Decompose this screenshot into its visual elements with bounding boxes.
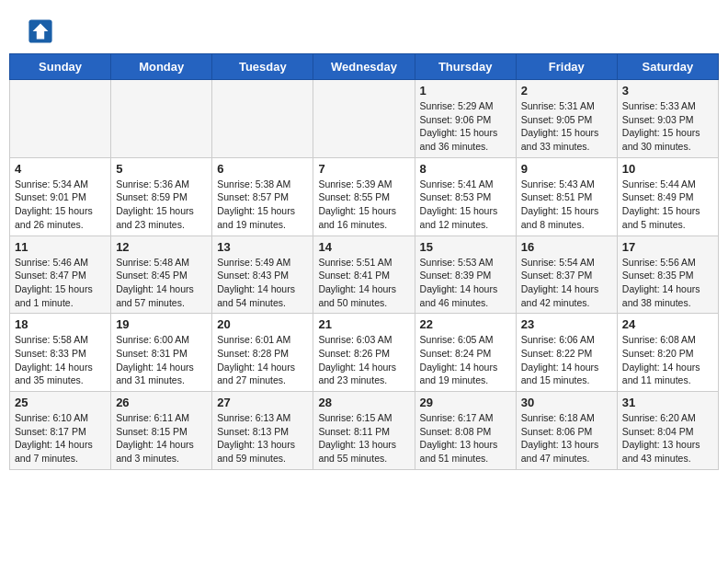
day-info: Sunrise: 6:18 AM Sunset: 8:06 PM Dayligh… — [521, 411, 612, 465]
day-number: 14 — [318, 240, 409, 254]
calendar-cell — [313, 80, 415, 158]
day-info: Sunrise: 6:06 AM Sunset: 8:22 PM Dayligh… — [521, 333, 612, 387]
day-number: 30 — [521, 396, 612, 409]
day-info: Sunrise: 5:58 AM Sunset: 8:33 PM Dayligh… — [15, 333, 106, 387]
week-row-3: 11Sunrise: 5:46 AM Sunset: 8:47 PM Dayli… — [10, 236, 719, 314]
calendar-cell — [10, 80, 111, 158]
calendar-cell: 11Sunrise: 5:46 AM Sunset: 8:47 PM Dayli… — [10, 236, 111, 314]
day-info: Sunrise: 5:34 AM Sunset: 9:01 PM Dayligh… — [15, 178, 106, 232]
day-number: 8 — [420, 162, 511, 176]
day-number: 31 — [622, 396, 713, 409]
calendar-cell: 5Sunrise: 5:36 AM Sunset: 8:59 PM Daylig… — [111, 157, 212, 236]
calendar-cell: 29Sunrise: 6:17 AM Sunset: 8:08 PM Dayli… — [415, 392, 516, 470]
day-number: 24 — [622, 317, 713, 331]
calendar-cell: 13Sunrise: 5:49 AM Sunset: 8:43 PM Dayli… — [212, 236, 313, 314]
day-number: 7 — [318, 162, 409, 176]
day-number: 29 — [420, 396, 511, 409]
day-number: 16 — [521, 240, 612, 254]
calendar-header: SundayMondayTuesdayWednesdayThursdayFrid… — [10, 54, 719, 80]
day-info: Sunrise: 5:44 AM Sunset: 8:49 PM Dayligh… — [622, 178, 713, 232]
day-number: 20 — [217, 317, 308, 331]
day-info: Sunrise: 6:11 AM Sunset: 8:15 PM Dayligh… — [116, 411, 207, 465]
calendar-cell: 31Sunrise: 6:20 AM Sunset: 8:04 PM Dayli… — [617, 392, 718, 470]
day-number: 26 — [116, 396, 207, 409]
day-info: Sunrise: 5:54 AM Sunset: 8:37 PM Dayligh… — [521, 256, 612, 310]
day-number: 9 — [521, 162, 612, 176]
weekday-header-saturday: Saturday — [617, 54, 718, 80]
day-info: Sunrise: 6:13 AM Sunset: 8:13 PM Dayligh… — [217, 411, 308, 465]
calendar-cell: 3Sunrise: 5:33 AM Sunset: 9:03 PM Daylig… — [617, 80, 718, 158]
day-number: 4 — [15, 162, 106, 176]
calendar-cell: 14Sunrise: 5:51 AM Sunset: 8:41 PM Dayli… — [313, 236, 415, 314]
day-info: Sunrise: 5:31 AM Sunset: 9:05 PM Dayligh… — [521, 99, 612, 154]
weekday-header-monday: Monday — [111, 54, 212, 80]
weekday-header-wednesday: Wednesday — [313, 54, 415, 80]
day-info: Sunrise: 5:38 AM Sunset: 8:57 PM Dayligh… — [217, 178, 308, 232]
calendar-cell: 24Sunrise: 6:08 AM Sunset: 8:20 PM Dayli… — [617, 314, 718, 392]
calendar-cell: 16Sunrise: 5:54 AM Sunset: 8:37 PM Dayli… — [516, 236, 617, 314]
calendar-cell: 8Sunrise: 5:41 AM Sunset: 8:53 PM Daylig… — [415, 157, 516, 236]
calendar-cell: 20Sunrise: 6:01 AM Sunset: 8:28 PM Dayli… — [212, 314, 313, 392]
day-number: 17 — [622, 240, 713, 254]
calendar-cell: 30Sunrise: 6:18 AM Sunset: 8:06 PM Dayli… — [516, 392, 617, 470]
week-row-4: 18Sunrise: 5:58 AM Sunset: 8:33 PM Dayli… — [10, 314, 719, 392]
day-number: 22 — [420, 317, 511, 331]
day-number: 1 — [420, 84, 511, 98]
calendar-cell: 23Sunrise: 6:06 AM Sunset: 8:22 PM Dayli… — [516, 314, 617, 392]
logo — [28, 18, 57, 44]
logo-icon — [28, 18, 53, 44]
day-number: 18 — [15, 317, 106, 331]
calendar-cell: 27Sunrise: 6:13 AM Sunset: 8:13 PM Dayli… — [212, 392, 313, 470]
day-info: Sunrise: 6:15 AM Sunset: 8:11 PM Dayligh… — [318, 411, 409, 465]
week-row-2: 4Sunrise: 5:34 AM Sunset: 9:01 PM Daylig… — [10, 157, 719, 236]
calendar-cell: 10Sunrise: 5:44 AM Sunset: 8:49 PM Dayli… — [617, 157, 718, 236]
day-info: Sunrise: 5:46 AM Sunset: 8:47 PM Dayligh… — [15, 256, 106, 310]
day-info: Sunrise: 5:41 AM Sunset: 8:53 PM Dayligh… — [420, 178, 511, 232]
page-header — [0, 0, 728, 53]
day-info: Sunrise: 5:51 AM Sunset: 8:41 PM Dayligh… — [318, 256, 409, 310]
day-number: 28 — [318, 396, 409, 409]
day-info: Sunrise: 6:10 AM Sunset: 8:17 PM Dayligh… — [15, 411, 106, 465]
calendar-cell: 26Sunrise: 6:11 AM Sunset: 8:15 PM Dayli… — [111, 392, 212, 470]
day-number: 21 — [318, 317, 409, 331]
day-number: 3 — [622, 84, 713, 98]
calendar-cell: 4Sunrise: 5:34 AM Sunset: 9:01 PM Daylig… — [10, 157, 111, 236]
day-info: Sunrise: 6:03 AM Sunset: 8:26 PM Dayligh… — [318, 333, 409, 387]
day-info: Sunrise: 5:49 AM Sunset: 8:43 PM Dayligh… — [217, 256, 308, 310]
day-number: 10 — [622, 162, 713, 176]
weekday-header-thursday: Thursday — [415, 54, 516, 80]
calendar-cell: 15Sunrise: 5:53 AM Sunset: 8:39 PM Dayli… — [415, 236, 516, 314]
weekday-header-tuesday: Tuesday — [212, 54, 313, 80]
day-number: 25 — [15, 396, 106, 409]
calendar-cell: 2Sunrise: 5:31 AM Sunset: 9:05 PM Daylig… — [516, 80, 617, 158]
calendar-cell — [111, 80, 212, 158]
calendar-cell: 18Sunrise: 5:58 AM Sunset: 8:33 PM Dayli… — [10, 314, 111, 392]
day-info: Sunrise: 5:33 AM Sunset: 9:03 PM Dayligh… — [622, 99, 713, 154]
weekday-header-sunday: Sunday — [10, 54, 111, 80]
day-number: 5 — [116, 162, 207, 176]
day-number: 2 — [521, 84, 612, 98]
day-info: Sunrise: 6:17 AM Sunset: 8:08 PM Dayligh… — [420, 411, 511, 465]
weekday-header-row: SundayMondayTuesdayWednesdayThursdayFrid… — [10, 54, 719, 80]
calendar-cell: 6Sunrise: 5:38 AM Sunset: 8:57 PM Daylig… — [212, 157, 313, 236]
day-number: 23 — [521, 317, 612, 331]
day-info: Sunrise: 5:56 AM Sunset: 8:35 PM Dayligh… — [622, 256, 713, 310]
calendar-cell: 12Sunrise: 5:48 AM Sunset: 8:45 PM Dayli… — [111, 236, 212, 314]
calendar-cell: 25Sunrise: 6:10 AM Sunset: 8:17 PM Dayli… — [10, 392, 111, 470]
calendar-cell: 9Sunrise: 5:43 AM Sunset: 8:51 PM Daylig… — [516, 157, 617, 236]
weekday-header-friday: Friday — [516, 54, 617, 80]
calendar-table: SundayMondayTuesdayWednesdayThursdayFrid… — [9, 53, 719, 470]
day-info: Sunrise: 6:20 AM Sunset: 8:04 PM Dayligh… — [622, 411, 713, 465]
calendar-cell: 28Sunrise: 6:15 AM Sunset: 8:11 PM Dayli… — [313, 392, 415, 470]
day-number: 12 — [116, 240, 207, 254]
week-row-1: 1Sunrise: 5:29 AM Sunset: 9:06 PM Daylig… — [10, 80, 719, 158]
day-number: 6 — [217, 162, 308, 176]
day-number: 13 — [217, 240, 308, 254]
calendar-cell: 1Sunrise: 5:29 AM Sunset: 9:06 PM Daylig… — [415, 80, 516, 158]
day-info: Sunrise: 6:00 AM Sunset: 8:31 PM Dayligh… — [116, 333, 207, 387]
day-info: Sunrise: 5:29 AM Sunset: 9:06 PM Dayligh… — [420, 99, 511, 154]
day-info: Sunrise: 5:39 AM Sunset: 8:55 PM Dayligh… — [318, 178, 409, 232]
day-info: Sunrise: 5:43 AM Sunset: 8:51 PM Dayligh… — [521, 178, 612, 232]
day-info: Sunrise: 5:36 AM Sunset: 8:59 PM Dayligh… — [116, 178, 207, 232]
calendar-cell: 22Sunrise: 6:05 AM Sunset: 8:24 PM Dayli… — [415, 314, 516, 392]
